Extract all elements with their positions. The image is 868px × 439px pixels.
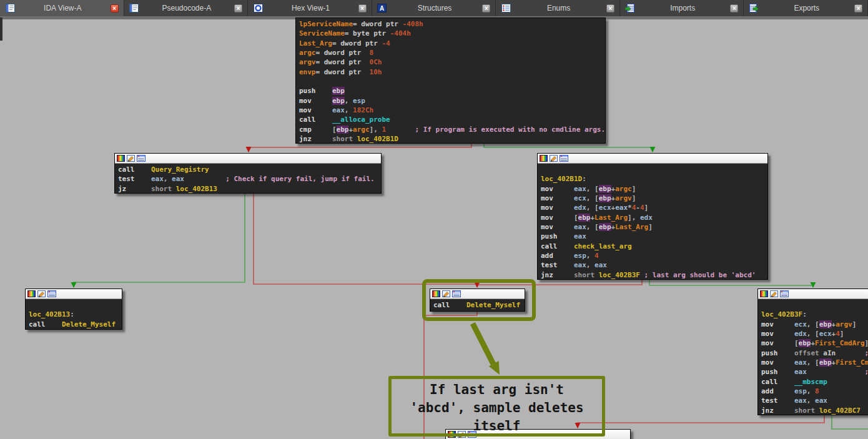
code-token[interactable]: -408h — [403, 20, 423, 28]
basic-block-entry[interactable]: lpServiceName= dword ptr -408hServiceNam… — [295, 17, 606, 144]
code-token[interactable]: , [ — [586, 185, 599, 193]
code-token[interactable]: __alloca_probe — [332, 116, 390, 124]
block-title-bar[interactable] — [115, 154, 381, 164]
code-token[interactable]: ServiceName — [299, 29, 345, 37]
code-line[interactable]: push offset aIn ; — [761, 348, 868, 358]
palette-icon[interactable] — [117, 155, 125, 162]
code-token[interactable]: , — [807, 387, 815, 395]
code-token[interactable]: mov — [541, 185, 574, 193]
code-token[interactable]: = dword ptr — [316, 68, 370, 76]
code-token[interactable]: , [ — [586, 194, 599, 202]
code-line[interactable]: ServiceName= byte ptr -404h — [299, 29, 602, 38]
code-line[interactable] — [29, 300, 119, 310]
code-token[interactable]: eax — [615, 204, 628, 212]
code-token[interactable]: short — [574, 271, 599, 279]
code-token[interactable]: ebp — [599, 223, 611, 231]
code-token[interactable]: : — [582, 175, 586, 183]
code-token[interactable]: loc_402B3F — [599, 271, 640, 279]
code-token[interactable]: , — [164, 175, 172, 183]
tab-close-button[interactable]: × — [358, 4, 367, 12]
code-token[interactable]: eax — [594, 261, 607, 269]
code-token[interactable]: cmp — [299, 126, 332, 134]
code-line[interactable]: mov [ebp+Last_Arg], edx — [541, 213, 764, 222]
code-token[interactable]: ebp — [819, 320, 832, 328]
code-token[interactable]: jnz — [299, 135, 332, 143]
code-line[interactable]: mov ecx, [ebp+argv] — [761, 320, 868, 329]
code-token[interactable]: Last_Arg — [594, 214, 628, 222]
edit-icon[interactable] — [127, 155, 135, 162]
code-token[interactable]: call — [541, 242, 574, 250]
code-token[interactable]: edx — [640, 214, 653, 222]
code-token[interactable]: loc_402B1D — [357, 135, 398, 143]
annotation-note[interactable]: If last arg isn't 'abcd', sample deletes… — [388, 376, 605, 437]
code-token[interactable]: add — [541, 252, 574, 260]
code-token[interactable]: eax — [794, 397, 807, 405]
code-token[interactable]: eax — [172, 175, 184, 183]
code-token[interactable]: ecx — [819, 330, 832, 338]
code-line[interactable]: mov ebp, esp — [299, 96, 602, 106]
code-token[interactable]: mov — [541, 214, 574, 222]
code-token[interactable]: esp — [794, 387, 807, 395]
code-line[interactable] — [299, 77, 602, 86]
code-token[interactable]: , [ — [586, 204, 599, 212]
code-token[interactable]: jz — [118, 185, 151, 193]
code-token[interactable]: Query_Registry — [151, 165, 209, 174]
code-token[interactable]: mov — [541, 204, 574, 212]
code-line[interactable]: add esp, 8 — [761, 387, 868, 396]
code-line[interactable]: mov eax, 182Ch — [299, 106, 602, 115]
code-line[interactable]: argc= dword ptr 8 — [299, 48, 602, 57]
code-token[interactable]: 4 — [836, 330, 840, 338]
code-token[interactable]: ebp — [337, 126, 349, 134]
tab-pseudocode-a[interactable]: Pseudocode-A× — [124, 0, 249, 16]
code-token[interactable]: ecx — [574, 194, 586, 202]
code-token[interactable]: short — [332, 135, 357, 143]
code-token[interactable]: Last_Arg — [615, 223, 648, 231]
code-token[interactable]: ] — [632, 194, 636, 202]
frame-icon[interactable] — [560, 155, 568, 162]
tab-close-button[interactable]: × — [730, 4, 738, 12]
edit-icon[interactable] — [770, 290, 778, 297]
code-token[interactable]: ; — [836, 349, 868, 357]
code-line[interactable]: push eax — [541, 232, 764, 241]
code-token[interactable]: Last_Arg — [299, 39, 332, 47]
tab-hex-view-1[interactable]: Hex View-1× — [248, 0, 372, 16]
code-token[interactable]: Delete_Myself — [62, 320, 116, 328]
code-token[interactable]: lpServiceName — [299, 20, 353, 28]
code-token[interactable]: push — [761, 368, 794, 376]
code-token[interactable]: eax — [794, 358, 807, 367]
code-token[interactable]: argv — [615, 194, 632, 202]
code-line[interactable]: loc_402B1D: — [541, 174, 764, 184]
code-token[interactable]: push — [761, 349, 794, 357]
code-line[interactable] — [761, 300, 868, 310]
code-line[interactable]: call check_last_arg — [541, 242, 764, 251]
tab-enums[interactable]: Enums× — [496, 0, 620, 16]
code-line[interactable]: test eax, eax — [761, 396, 868, 405]
annotation-frame[interactable] — [422, 279, 536, 321]
code-token[interactable]: edx — [794, 330, 807, 338]
code-token[interactable]: add — [761, 387, 794, 395]
code-token[interactable]: loc_402B13 — [29, 310, 70, 318]
code-token[interactable]: argc — [299, 49, 316, 57]
tab-imports[interactable]: Imports× — [620, 0, 744, 16]
code-token[interactable]: , [ — [807, 358, 819, 367]
code-line[interactable]: mov eax, [ebp+First_CmdArg] — [761, 358, 868, 367]
tab-close-button[interactable]: × — [234, 4, 242, 12]
code-line[interactable]: mov eax, [ebp+Last_Arg] — [541, 222, 764, 232]
code-line[interactable]: call Query_Registry — [118, 165, 378, 174]
frame-icon[interactable] — [47, 290, 56, 297]
code-line[interactable]: jz short loc_402B13 — [118, 184, 378, 194]
code-line[interactable]: jnz short loc_402B1D — [299, 134, 602, 144]
code-token[interactable]: ] — [632, 185, 636, 193]
code-token[interactable]: jnz — [761, 407, 794, 415]
code-token[interactable]: ebp — [599, 185, 611, 193]
code-token[interactable]: call — [29, 320, 62, 328]
code-token[interactable]: argv — [299, 58, 316, 66]
code-token[interactable]: * — [628, 204, 632, 212]
code-token[interactable]: , — [586, 252, 594, 260]
code-token[interactable]: argc — [353, 126, 370, 134]
basic-block-loc-402B13[interactable]: loc_402B13:call Delete_Myself — [25, 289, 122, 330]
code-token[interactable]: mov — [299, 106, 332, 114]
code-token[interactable]: -4 — [382, 39, 390, 47]
code-token[interactable]: mov — [541, 194, 574, 202]
code-token[interactable]: call — [118, 165, 151, 174]
